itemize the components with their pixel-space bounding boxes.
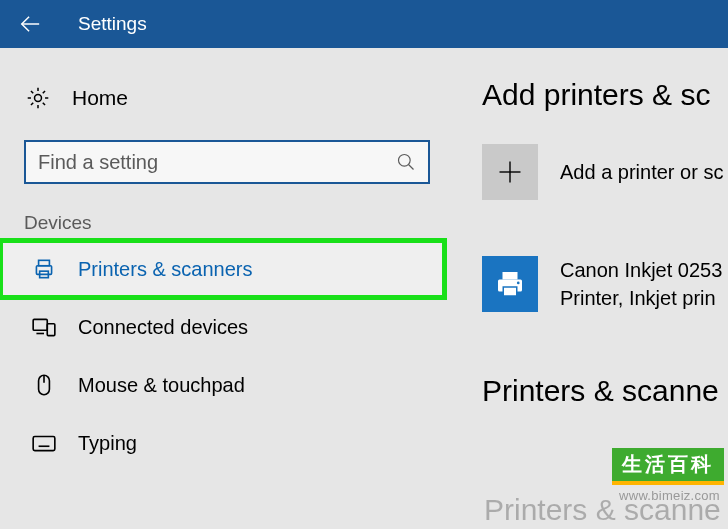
svg-rect-7 <box>33 319 47 330</box>
nav-item-printers-scanners[interactable]: Printers & scanners <box>0 240 445 298</box>
printer-device-icon <box>492 266 528 302</box>
gear-icon <box>25 85 51 111</box>
svg-rect-21 <box>503 272 518 280</box>
printer-name: Canon Inkjet 0253 <box>560 256 722 284</box>
printer-icon <box>31 256 57 282</box>
svg-point-1 <box>35 95 42 102</box>
keyboard-icon <box>31 430 57 456</box>
plus-icon <box>496 158 524 186</box>
svg-line-3 <box>409 165 414 170</box>
search-icon <box>396 152 416 172</box>
watermark-url: www.bimeiz.com <box>619 488 720 503</box>
sidebar: Home Devices Printers & scanners <box>0 48 454 529</box>
category-label: Devices <box>24 212 454 234</box>
nav-item-label: Connected devices <box>78 316 248 339</box>
nav-item-typing[interactable]: Typing <box>0 414 454 472</box>
add-printer-button[interactable]: Add a printer or sc <box>482 144 728 200</box>
nav-item-label: Mouse & touchpad <box>78 374 245 397</box>
nav-item-mouse-touchpad[interactable]: Mouse & touchpad <box>0 356 454 414</box>
nav-item-label: Printers & scanners <box>78 258 253 281</box>
nav-item-connected-devices[interactable]: Connected devices <box>0 298 454 356</box>
printer-device-item[interactable]: Canon Inkjet 0253 Printer, Inkjet prin <box>482 256 728 312</box>
svg-rect-5 <box>39 260 50 265</box>
search-input[interactable] <box>38 151 396 174</box>
home-label: Home <box>72 86 128 110</box>
mouse-icon <box>31 372 57 398</box>
add-printer-label: Add a printer or sc <box>560 161 723 184</box>
titlebar: Settings <box>0 0 728 48</box>
back-button[interactable] <box>0 0 60 48</box>
printer-desc: Printer, Inkjet prin <box>560 284 722 312</box>
svg-rect-8 <box>47 324 55 336</box>
arrow-left-icon <box>19 13 41 35</box>
devices-icon <box>31 314 57 340</box>
watermark-badge: 生活百科 <box>612 448 724 485</box>
svg-point-23 <box>517 282 520 285</box>
home-button[interactable]: Home <box>0 74 454 122</box>
svg-point-2 <box>399 155 411 167</box>
svg-rect-12 <box>33 437 55 451</box>
main-heading: Add printers & sc <box>482 78 728 112</box>
section-heading: Printers & scanne <box>482 374 728 408</box>
app-title: Settings <box>78 13 147 35</box>
svg-rect-4 <box>36 266 51 275</box>
nav-item-label: Typing <box>78 432 137 455</box>
search-box[interactable] <box>24 140 430 184</box>
svg-rect-22 <box>503 287 517 296</box>
